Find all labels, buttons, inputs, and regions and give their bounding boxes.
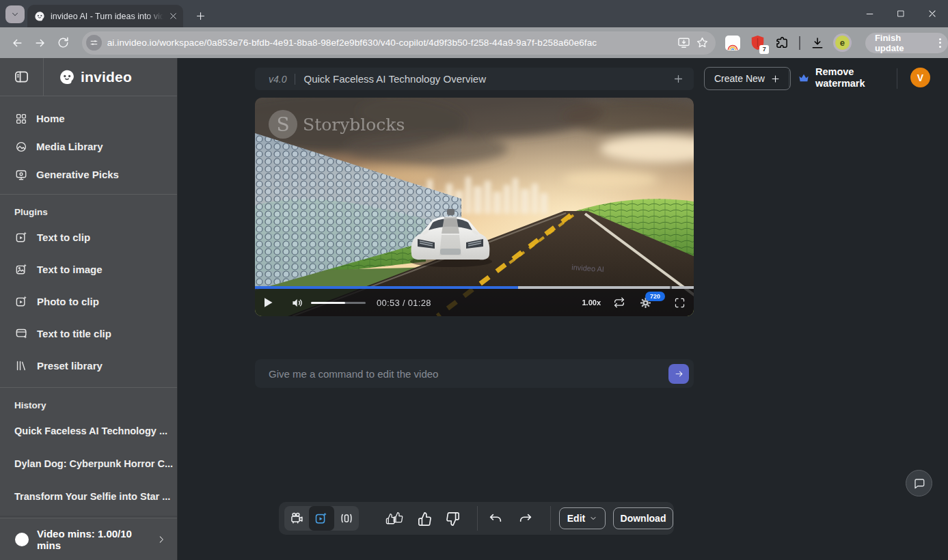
history-item[interactable]: Quick Faceless AI Technology ... [0,415,177,447]
plus-icon [770,74,781,84]
redo-button[interactable] [516,509,534,528]
tab-title: invideo AI - Turn ideas into vide [51,12,163,21]
sidebar-item-text-to-clip[interactable]: Text to clip [0,221,177,253]
volume-icon[interactable] [291,296,304,309]
thumbs-up-button[interactable] [416,509,434,528]
history-item[interactable]: Dylan Dog: Cyberpunk Horror C... [0,447,177,480]
undo-button[interactable] [486,509,504,528]
invideo-logo[interactable]: invideo [44,69,132,85]
history-item[interactable]: Transform Your Selfie into Star ... [0,480,177,513]
undo-icon [488,512,503,527]
quality-settings-button[interactable]: 720 [639,296,652,309]
video-player[interactable]: S Storyblocks invideo AI [255,98,694,316]
sidebar-item-text-to-title-clip[interactable]: Text to title clip [0,318,177,350]
url-text: ai.invideo.io/workspace/0a853e76-bfdb-4e… [107,38,673,48]
sidebar-collapse-button[interactable] [0,58,44,96]
camera-mode-button[interactable] [284,506,309,531]
browser-profile-avatar[interactable]: e [833,33,852,52]
toolbar-separator [799,36,800,50]
sidebar-item-home[interactable]: Home [0,104,177,132]
video-controls: 00:53 / 01:28 1.00x 720 [255,289,694,316]
site-info-icon[interactable] [86,35,102,51]
finish-update-button[interactable]: Finish update [865,33,948,53]
preset-library-icon [15,359,28,372]
browser-window: invideo AI - Turn ideas into vide ai.inv… [0,0,948,560]
version-label: v4.0 [269,74,286,85]
view-mode-switcher [284,506,359,531]
project-title-bar[interactable]: v4.0 Quick Faceless AI Technology Overvi… [255,68,694,90]
sidebar-item-text-to-image[interactable]: Text to image [0,253,177,285]
clip-mode-button-selected[interactable] [309,506,334,531]
minimize-button[interactable] [854,0,885,27]
home-grid-icon [15,113,27,125]
crown-icon [798,73,809,83]
bookmark-star-icon[interactable] [696,36,709,49]
create-new-button[interactable]: Create New [704,67,791,90]
new-tab-button[interactable] [191,7,209,25]
close-window-button[interactable] [917,0,948,27]
support-chat-button[interactable] [906,470,932,496]
thumbs-down-icon [445,512,460,527]
download-button[interactable]: Download [613,507,673,529]
window-controls [854,0,948,27]
add-title-icon[interactable] [673,73,684,85]
tab-close-icon[interactable] [169,12,178,20]
project-title: Quick Faceless AI Technology Overview [303,73,664,85]
sidebar-divider [0,387,177,388]
invideo-logo-icon [59,69,75,85]
downloads-icon[interactable] [809,34,826,52]
weather-extension-icon[interactable] [724,34,742,52]
address-bar[interactable]: ai.invideo.io/workspace/0a853e76-bfdb-4e… [82,31,716,55]
video-progress-bar[interactable] [255,286,694,289]
tab-strip: invideo AI - Turn ideas into vide [0,0,948,27]
trim-icon [340,512,353,525]
maximize-button[interactable] [885,0,917,27]
extensions-cluster: 7 e Finish update [724,33,948,53]
trim-mode-button[interactable] [334,506,359,531]
adblock-shield-icon[interactable]: 7 [748,34,766,52]
sidebar-item-photo-to-clip[interactable]: Photo to clip [0,285,177,318]
sidebar-item-generative-picks[interactable]: Generative Picks [0,160,177,188]
time-display: 00:53 / 01:28 [377,298,431,308]
video-mins-button[interactable]: Video mins: 1.00/10 mins [0,518,177,560]
back-button[interactable] [5,31,29,55]
extensions-puzzle-icon[interactable] [773,34,791,52]
tab-search-button[interactable] [5,5,25,23]
quality-badge: 720 [645,292,665,301]
thumbs-down-button[interactable] [443,509,461,528]
storyblocks-watermark: S Storyblocks [269,110,405,139]
chat-bubble-icon [913,477,925,490]
install-app-icon[interactable] [677,36,690,49]
svg-text:S: S [276,113,289,136]
sidebar-item-media-library[interactable]: Media Library [0,132,177,160]
plugins-header: Plugins [0,200,177,221]
plus-icon [195,11,206,21]
command-bar [255,359,694,388]
photo-to-clip-icon [15,295,28,308]
double-thumbs-up-icon [385,511,404,527]
action-bar: Edit Download [279,502,674,535]
account-avatar[interactable]: V [910,68,930,87]
sidebar-item-preset-library[interactable]: Preset library [0,350,177,382]
browser-tab[interactable]: invideo AI - Turn ideas into vide [27,5,183,27]
send-command-button[interactable] [668,364,689,384]
volume-slider[interactable] [311,302,366,304]
play-button[interactable] [263,297,273,308]
text-to-title-clip-icon [15,327,28,340]
edit-button[interactable]: Edit [559,507,606,529]
invideo-favicon [34,11,45,22]
chevron-right-icon [157,535,166,544]
chevron-down-icon [589,514,597,522]
playback-speed-button[interactable]: 1.00x [582,298,601,307]
text-to-image-icon [15,263,28,276]
loop-icon[interactable] [613,296,625,309]
command-input[interactable] [269,368,668,380]
sidebar-divider [0,194,177,195]
double-thumbs-up-button[interactable] [385,509,404,528]
forward-button[interactable] [29,31,52,55]
arrow-right-icon [674,369,684,379]
browser-menu-icon[interactable] [936,38,944,48]
fullscreen-icon[interactable] [674,297,686,309]
remove-watermark-button[interactable]: Remove watermark [798,66,865,89]
reload-button[interactable] [52,31,75,55]
